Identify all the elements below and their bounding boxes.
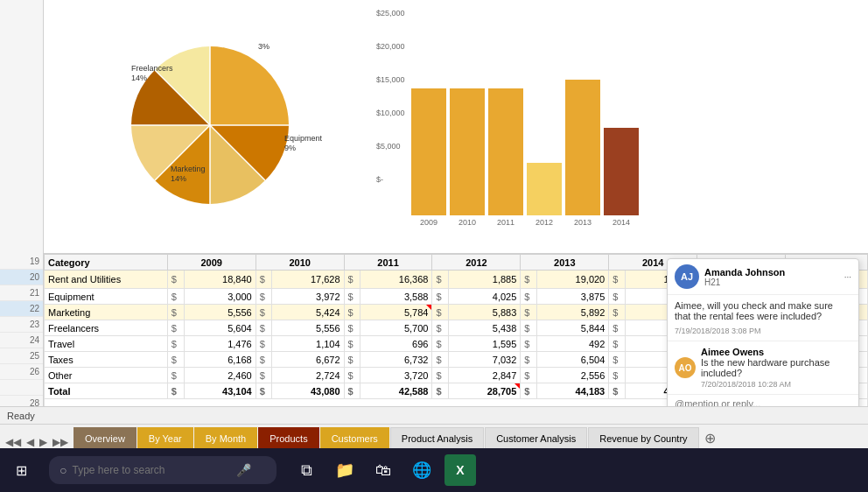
mention-input-area[interactable]: [668, 394, 858, 406]
sheet-tab-customers[interactable]: Customers: [320, 427, 389, 448]
bar-2011: 2011: [488, 88, 523, 227]
sheet-tab-customeranalysis[interactable]: Customer Analysis: [485, 427, 587, 448]
cell-value: 492: [537, 336, 609, 352]
cell-value: 16,368: [360, 271, 432, 289]
spreadsheet: 19 20 21 22 23 24 25 26 28 29 30 31 32 3…: [0, 0, 868, 406]
cell-value: 6,672: [272, 352, 344, 368]
cell-dollar: $: [432, 368, 449, 383]
y-label-20k: $20,000: [376, 42, 405, 51]
comment-avatar-amanda: AJ: [675, 264, 699, 289]
bar-chart-section: $25,000 $20,000 $15,000 $10,000 $5,000 $…: [376, 0, 868, 253]
cell-dollar: $: [521, 336, 537, 352]
row-24: 24: [0, 333, 43, 348]
cell-dollar: $: [344, 336, 360, 352]
cell-value: 3,875: [537, 289, 609, 305]
cell-dollar: $: [432, 305, 449, 320]
sheet-nav-left-left[interactable]: ◀◀: [4, 436, 23, 448]
comment-author-info: Amanda Johnson H21: [704, 267, 785, 287]
cell-value: 6,504: [537, 352, 609, 368]
cell-dollar: $: [521, 289, 537, 305]
cell-dollar: $: [256, 336, 272, 352]
cell-value: 19,020: [537, 271, 609, 289]
cell-category: Marketing: [45, 305, 168, 320]
row-23: 23: [0, 317, 43, 333]
sheet-tab-bymonth[interactable]: By Month: [194, 427, 257, 448]
bar-2012-fill: [527, 163, 562, 215]
comment-text-1: Aimee, will you check and make sure that…: [668, 295, 858, 327]
cell-dollar: $: [521, 271, 537, 289]
cell-dollar: $: [609, 305, 626, 320]
cell-dollar: $: [256, 368, 272, 383]
bar-2009: 2009: [411, 88, 446, 227]
taskbar-icons: ⧉ 📁 🛍 🌐 X: [290, 454, 476, 486]
cell-dollar: $: [167, 383, 184, 399]
cell-dollar: $: [344, 383, 360, 399]
cell-value: 42,588: [360, 383, 432, 399]
cell-value: 18,840: [184, 271, 256, 289]
sheet-tab-products[interactable]: Products: [258, 427, 318, 448]
y-label-0: $-: [376, 175, 405, 184]
pie-label-freelancers: Freelancers14%: [131, 64, 173, 83]
cell-value: 4,025: [449, 289, 521, 305]
row-numbers: 19 20 21 22 23 24 25 26 28 29 30 31 32 3…: [0, 0, 44, 406]
cell-value: 28,705: [449, 383, 521, 399]
cell-dollar: $: [521, 368, 537, 383]
comment-reply-content: Aimee Owens Is the new hardware purchase…: [701, 347, 851, 389]
sheet-tab-label: By Year: [149, 433, 182, 444]
comment-header: AJ Amanda Johnson H21 ···: [668, 259, 858, 295]
bar-2012: 2012: [527, 163, 562, 227]
cell-value: 5,438: [449, 320, 521, 336]
taskbar-search-box[interactable]: ○ 🎤: [49, 456, 276, 484]
cell-dollar: $: [256, 305, 272, 320]
sheet-tab-label: Revenue by Country: [599, 433, 687, 444]
cell-dollar: $: [521, 352, 537, 368]
store-icon[interactable]: 🛍: [368, 454, 399, 486]
sheet-tab-add-button[interactable]: ⊕: [700, 427, 721, 448]
mention-reply-input[interactable]: [675, 398, 851, 406]
task-view-icon[interactable]: ⧉: [290, 454, 322, 486]
sheet-tab-byyear[interactable]: By Year: [137, 427, 193, 448]
cell-total-label: Total: [45, 383, 168, 399]
sheet-nav-left[interactable]: ◀: [24, 436, 36, 448]
sheet-nav[interactable]: ◀◀ ◀ ▶ ▶▶: [0, 436, 74, 448]
taskbar-search-input[interactable]: [72, 464, 229, 476]
cell-value: 3,720: [360, 368, 432, 383]
cell-value: 3,588: [360, 289, 432, 305]
sheet-tab-productanalysis[interactable]: Product Analysis: [390, 427, 484, 448]
y-label-15k: $15,000: [376, 75, 405, 84]
cell-dollar: $: [256, 271, 272, 289]
comment-actions[interactable]: ···: [844, 272, 851, 282]
cell-value: 5,892: [537, 305, 609, 320]
reply-time: 7/20/2018/2018 10:28 AM: [701, 380, 851, 389]
cell-value: 6,732: [360, 352, 432, 368]
pie-label-equipment: Equipment9%: [284, 134, 322, 153]
sheet-tab-label: Overview: [85, 433, 125, 444]
start-button[interactable]: ⊞: [0, 448, 42, 492]
sheet-nav-right[interactable]: ▶: [38, 436, 49, 448]
bar-label-2009: 2009: [420, 218, 438, 227]
sheet-nav-right-right[interactable]: ▶▶: [51, 436, 70, 448]
taskbar: ⊞ ○ 🎤 ⧉ 📁 🛍 🌐 X: [0, 448, 868, 492]
sheet-tab-revenuecountry[interactable]: Revenue by Country: [588, 427, 698, 448]
excel-icon[interactable]: X: [444, 454, 476, 486]
cell-category: Taxes: [45, 352, 168, 368]
cell-value: 2,847: [449, 368, 521, 383]
cell-dollar: $: [167, 368, 184, 383]
row-21: 21: [0, 285, 43, 301]
cell-dollar: $: [432, 271, 449, 289]
cell-value: 5,700: [360, 320, 432, 336]
sheet-tab-label: Customer Analysis: [496, 433, 576, 444]
row-19: 19: [0, 254, 43, 270]
main-area: 19 20 21 22 23 24 25 26 28 29 30 31 32 3…: [0, 0, 868, 448]
file-explorer-icon[interactable]: 📁: [329, 454, 360, 486]
edge-icon[interactable]: 🌐: [406, 454, 438, 486]
cell-value: 3,000: [184, 289, 256, 305]
cell-value: 2,724: [272, 368, 344, 383]
sheet-tab-overview[interactable]: Overview: [74, 427, 136, 448]
row-27: [0, 380, 43, 396]
cell-dollar: $: [432, 383, 449, 399]
y-label-10k: $10,000: [376, 109, 405, 117]
cell-value: 2,460: [184, 368, 256, 383]
cell-dollar: $: [256, 383, 272, 399]
bar-label-2011: 2011: [497, 218, 514, 227]
